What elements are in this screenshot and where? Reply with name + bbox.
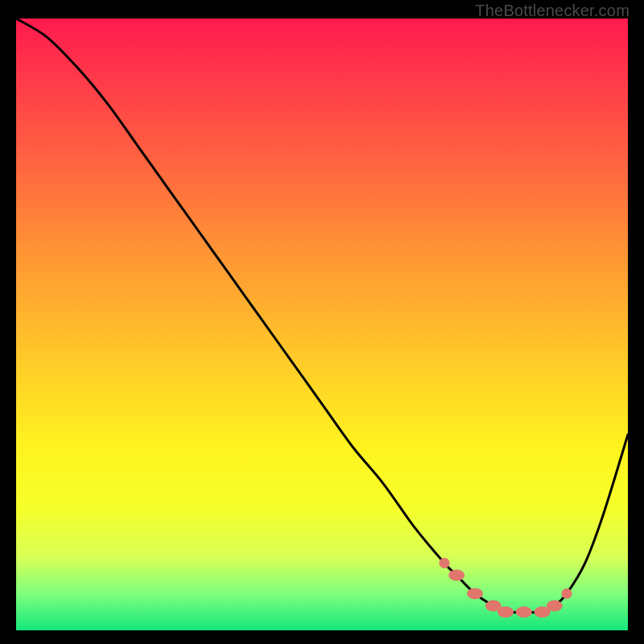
marker-point [440, 558, 450, 568]
marker-point [497, 606, 514, 617]
marker-point [448, 570, 464, 581]
marker-point [562, 588, 572, 599]
marker-point [547, 601, 563, 612]
curve-svg [16, 19, 628, 630]
marker-point [516, 606, 532, 617]
watermark-text: TheBottlenecker.com [475, 2, 630, 20]
chart-frame: TheBottlenecker.com [0, 0, 644, 644]
marker-point [467, 588, 483, 599]
plot-area [16, 19, 628, 630]
bottleneck-curve [16, 19, 628, 613]
highlight-markers [440, 558, 572, 617]
